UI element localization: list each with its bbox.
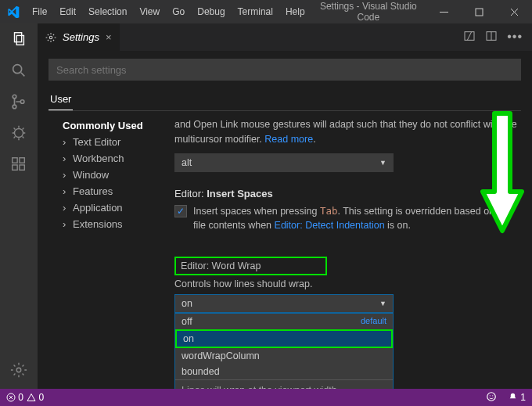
svg-point-8 [15, 129, 23, 138]
menu-file[interactable]: File [27, 3, 52, 20]
split-json-icon[interactable] [463, 30, 476, 45]
chevron-right-icon: › [63, 136, 70, 148]
toc-workbench[interactable]: ›Workbench [49, 150, 170, 167]
menu-view[interactable]: View [134, 3, 165, 20]
extensions-icon[interactable] [9, 155, 28, 174]
split-editor-icon[interactable] [485, 30, 498, 45]
svg-rect-0 [440, 12, 448, 13]
chevron-down-icon: ▼ [379, 300, 386, 307]
svg-point-14 [49, 36, 52, 39]
settings-toc: Commonly Used ›Text Editor ›Workbench ›W… [49, 117, 170, 389]
option-on[interactable]: on [175, 329, 393, 348]
toc-text-editor[interactable]: ›Text Editor [49, 134, 170, 150]
menu-selection[interactable]: Selection [83, 3, 132, 20]
close-icon[interactable] [497, 0, 532, 23]
svg-rect-1 [476, 9, 483, 16]
minimize-icon[interactable] [426, 0, 462, 23]
explorer-icon[interactable] [9, 30, 28, 49]
menu-go[interactable]: Go [167, 3, 190, 20]
svg-point-4 [13, 65, 22, 74]
svg-point-5 [13, 95, 16, 99]
select-value: on [182, 298, 192, 309]
word-wrap-select[interactable]: on ▼ [174, 294, 394, 313]
status-bar: 0 0 1 [0, 389, 532, 406]
toc-window[interactable]: ›Window [49, 167, 170, 183]
word-wrap-dropdown: offdefault on wordWrapColumn bounded Lin… [174, 313, 394, 389]
insert-spaces-desc: Insert spaces when pressing Tab. This se… [193, 204, 521, 234]
tab-settings[interactable]: Settings × [38, 23, 120, 51]
svg-rect-3 [16, 35, 23, 45]
svg-point-6 [13, 105, 16, 109]
status-warnings[interactable]: 0 [27, 392, 44, 403]
detect-indentation-link[interactable]: Editor: Detect Indentation [275, 220, 385, 231]
gear-icon [45, 32, 56, 43]
settings-pane: and Open Link mouse gestures will adapt … [170, 117, 521, 389]
svg-point-18 [487, 392, 496, 401]
tab-label: Settings [63, 31, 99, 43]
multicursor-select[interactable]: alt ▼ [174, 153, 394, 172]
chevron-right-icon: › [63, 169, 70, 181]
multicursor-desc: and Open Link mouse gestures will adapt … [174, 117, 521, 147]
window-title: Settings - Visual Studio Code [311, 1, 426, 23]
svg-rect-11 [20, 165, 24, 170]
title-bar: File Edit Selection View Go Debug Termin… [0, 0, 532, 23]
scope-user[interactable]: User [49, 88, 73, 110]
menu-bar: File Edit Selection View Go Debug Termin… [27, 3, 311, 20]
option-off[interactable]: offdefault [175, 314, 393, 329]
svg-point-20 [492, 395, 493, 396]
menu-edit[interactable]: Edit [54, 3, 81, 20]
menu-debug[interactable]: Debug [192, 3, 230, 20]
option-bounded[interactable]: bounded [175, 364, 393, 379]
chevron-right-icon: › [63, 202, 70, 214]
source-control-icon[interactable] [9, 92, 28, 111]
search-icon[interactable] [9, 61, 28, 80]
toc-application[interactable]: ›Application [49, 199, 170, 216]
word-wrap-desc: Controls how lines should wrap. [174, 278, 521, 289]
menu-help[interactable]: Help [280, 3, 311, 20]
annotation-arrow-icon [479, 110, 526, 238]
svg-point-7 [20, 100, 24, 104]
scope-tabs: User [49, 88, 521, 111]
select-value: alt [182, 157, 192, 168]
svg-point-19 [490, 395, 491, 396]
option-hint: Lines will wrap at the viewport width. [175, 379, 393, 389]
toc-extensions[interactable]: ›Extensions [49, 216, 170, 232]
tab-close-icon[interactable]: × [106, 31, 112, 43]
svg-rect-10 [13, 165, 17, 170]
toc-features[interactable]: ›Features [49, 183, 170, 199]
activity-bar [0, 23, 38, 389]
chevron-down-icon: ▼ [379, 159, 386, 167]
status-notifications[interactable]: 1 [508, 392, 526, 403]
status-feedback-icon[interactable] [486, 391, 497, 404]
insert-spaces-heading: Editor: Insert Spaces [174, 188, 521, 199]
debug-icon[interactable] [9, 124, 28, 142]
status-errors[interactable]: 0 [6, 392, 23, 403]
editor-tabs: Settings × ••• [38, 23, 532, 51]
option-wordwrapcolumn[interactable]: wordWrapColumn [175, 348, 393, 364]
svg-point-13 [16, 368, 21, 372]
more-icon[interactable]: ••• [507, 30, 523, 45]
svg-rect-9 [13, 158, 17, 163]
chevron-right-icon: › [63, 153, 70, 164]
menu-terminal[interactable]: Terminal [232, 3, 279, 20]
maximize-icon[interactable] [462, 0, 497, 23]
search-input[interactable] [49, 59, 521, 81]
insert-spaces-checkbox[interactable]: ✓ [174, 205, 187, 217]
word-wrap-heading: Editor: Word Wrap [174, 257, 327, 275]
read-more-link[interactable]: Read more [264, 134, 313, 145]
chevron-right-icon: › [63, 218, 70, 230]
default-label: default [361, 316, 386, 327]
settings-gear-icon[interactable] [9, 361, 28, 379]
svg-rect-2 [15, 33, 22, 42]
chevron-right-icon: › [63, 185, 70, 197]
vscode-logo-icon [0, 5, 27, 18]
svg-rect-12 [20, 158, 24, 163]
toc-commonly-used[interactable]: Commonly Used [49, 117, 170, 134]
